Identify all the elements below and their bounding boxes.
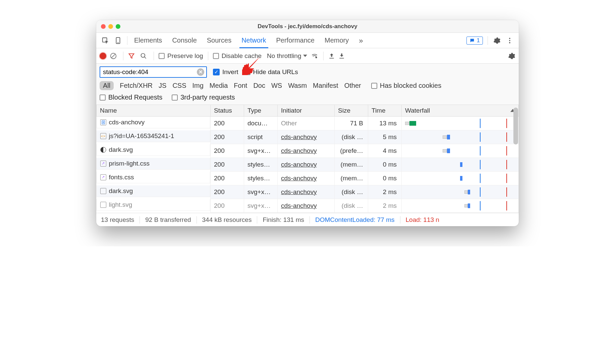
script-file-icon: <> (100, 133, 106, 139)
cell-status: 200 (211, 158, 244, 172)
type-img[interactable]: Img (192, 82, 204, 89)
type-ws[interactable]: WS (271, 82, 282, 89)
table-row[interactable]: cds-anchovy 200 docu… Other 71 B 13 ms (97, 117, 519, 130)
hide-data-urls-checkbox[interactable]: Hide data URLs (244, 68, 298, 76)
cell-waterfall (402, 199, 519, 213)
col-initiator[interactable]: Initiator (278, 105, 335, 117)
type-fetchxhr[interactable]: Fetch/XHR (120, 82, 153, 89)
panel-settings-gear-icon[interactable] (508, 52, 515, 60)
upload-har-icon[interactable] (328, 53, 335, 59)
tab-elements[interactable]: Elements (133, 33, 163, 48)
status-resources: 344 kB resources (197, 216, 258, 224)
type-doc[interactable]: Doc (253, 82, 265, 89)
has-blocked-cookies-checkbox[interactable]: Has blocked cookies (371, 82, 441, 89)
request-name: dark.svg (109, 146, 133, 154)
tab-memory[interactable]: Memory (324, 33, 349, 48)
filter-funnel-icon[interactable] (128, 53, 137, 59)
cell-status: 200 (211, 117, 244, 130)
cell-time: 5 ms (368, 130, 402, 144)
caret-down-icon (303, 55, 307, 57)
scrollbar-thumb[interactable] (513, 108, 518, 144)
type-filter-row: All Fetch/XHR JS CSS Img Media Font Doc … (96, 79, 519, 92)
stylesheet-file-icon: ↗ (100, 161, 106, 167)
request-name: prism-light.css (109, 160, 150, 167)
type-js[interactable]: JS (159, 82, 166, 89)
type-media[interactable]: Media (210, 82, 228, 89)
network-conditions-icon[interactable] (311, 53, 319, 59)
preserve-log-checkbox[interactable]: Preserve log (159, 52, 203, 60)
cell-type: svg+x… (244, 144, 278, 158)
blocked-requests-label: Blocked Requests (108, 94, 162, 101)
kebab-menu-icon[interactable] (504, 35, 515, 46)
type-css[interactable]: CSS (172, 82, 186, 89)
clear-filter-icon[interactable]: ✕ (197, 68, 204, 76)
svg-line-7 (111, 54, 116, 58)
svg-line-9 (145, 57, 146, 58)
initiator-link[interactable]: cds-anchovy (281, 147, 317, 154)
type-other[interactable]: Other (344, 82, 361, 89)
blocked-requests-checkbox[interactable]: Blocked Requests (100, 94, 162, 101)
initiator-link[interactable]: cds-anchovy (281, 175, 317, 182)
cell-initiator: Other (278, 117, 335, 130)
filter-text-field[interactable] (102, 68, 197, 76)
tab-sources[interactable]: Sources (206, 33, 232, 48)
issues-badge[interactable]: 1 (466, 37, 483, 45)
table-row[interactable]: ↗prism-light.css 200 styles… cds-anchovy… (97, 158, 519, 172)
table-row[interactable]: ↗fonts.css 200 styles… cds-anchovy (mem…… (97, 172, 519, 185)
disable-cache-checkbox[interactable]: Disable cache (213, 52, 262, 60)
tab-network[interactable]: Network (241, 33, 267, 48)
panel-tab-row: Elements Console Sources Network Perform… (96, 33, 519, 48)
tab-more[interactable]: » (358, 33, 364, 48)
cell-name: cds-anchovy (97, 117, 211, 128)
third-party-checkbox[interactable]: 3rd-party requests (172, 94, 235, 101)
initiator-link[interactable]: cds-anchovy (281, 133, 317, 140)
cell-size: (disk … (335, 130, 368, 144)
clear-icon[interactable] (110, 52, 118, 60)
col-status[interactable]: Status (211, 105, 244, 117)
invert-checkbox[interactable]: ✓ Invert (213, 68, 238, 76)
status-bar: 13 requests 92 B transferred 344 kB reso… (96, 213, 519, 226)
type-all[interactable]: All (100, 81, 114, 90)
download-har-icon[interactable] (338, 53, 345, 59)
cell-name: ↗fonts.css (97, 172, 211, 183)
col-type[interactable]: Type (244, 105, 278, 117)
table-row[interactable]: dark.svg 200 svg+x… cds-anchovy (prefe… … (97, 144, 519, 158)
cell-time: 0 ms (368, 172, 402, 185)
table-row[interactable]: light.svg 200 svg+x… cds-anchovy (disk …… (97, 199, 519, 213)
col-name[interactable]: Name (97, 105, 211, 117)
type-wasm[interactable]: Wasm (288, 82, 307, 89)
initiator-link[interactable]: cds-anchovy (281, 161, 317, 168)
cell-time: 2 ms (368, 199, 402, 213)
cell-time: 4 ms (368, 144, 402, 158)
cell-initiator: cds-anchovy (278, 172, 335, 185)
settings-gear-icon[interactable] (491, 35, 503, 46)
cell-status: 200 (211, 172, 244, 185)
type-font[interactable]: Font (234, 82, 247, 89)
table-row[interactable]: dark.svg 200 svg+x… cds-anchovy (disk … … (97, 185, 519, 199)
cell-type: styles… (244, 158, 278, 172)
initiator-link[interactable]: cds-anchovy (281, 188, 317, 195)
cell-size: (prefe… (335, 144, 368, 158)
initiator-text: Other (281, 120, 297, 127)
throttling-select[interactable]: No throttling (267, 52, 307, 60)
status-load: Load: 113 n (400, 216, 445, 224)
initiator-link[interactable]: cds-anchovy (281, 202, 317, 209)
type-manifest[interactable]: Manifest (313, 82, 338, 89)
record-button[interactable] (100, 53, 106, 59)
table-row[interactable]: <>js?id=UA-165345241-1 200 script cds-an… (97, 130, 519, 144)
has-blocked-cookies-label: Has blocked cookies (380, 82, 441, 89)
col-time[interactable]: Time (368, 105, 402, 117)
filter-input[interactable]: ✕ (100, 66, 207, 78)
tab-console[interactable]: Console (171, 33, 197, 48)
status-finish: Finish: 131 ms (257, 216, 310, 224)
inspect-element-icon[interactable] (100, 35, 111, 46)
cell-size: 71 B (335, 117, 368, 130)
col-waterfall[interactable]: Waterfall (402, 105, 519, 117)
device-toggle-icon[interactable] (112, 35, 124, 46)
col-size[interactable]: Size (335, 105, 368, 117)
tab-performance[interactable]: Performance (276, 33, 316, 48)
cell-name: dark.svg (97, 144, 211, 156)
cell-time: 2 ms (368, 185, 402, 199)
search-icon[interactable] (140, 53, 149, 59)
cell-status: 200 (211, 199, 244, 213)
